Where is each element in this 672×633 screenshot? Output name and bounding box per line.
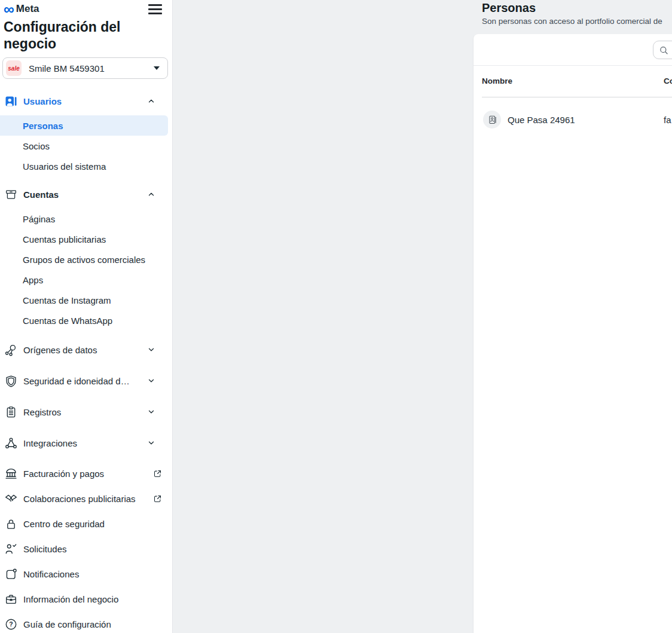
- business-settings-page: ∞ Meta Configuración del negocio sale Sm…: [0, 0, 672, 633]
- link-label: Notificaciones: [23, 569, 79, 579]
- chevron-down-icon: [147, 439, 155, 447]
- business-avatar: sale: [6, 60, 22, 76]
- section-label: Orígenes de datos: [23, 345, 97, 355]
- lock-icon: [5, 518, 17, 530]
- page-title: Configuración del negocio: [0, 17, 172, 52]
- chevron-up-icon: [147, 190, 155, 198]
- sidebar-nav: Usuarios Personas Socios Usuarios del si…: [0, 87, 172, 633]
- sidebar-item-centro-seguridad[interactable]: Centro de seguridad: [0, 511, 172, 536]
- link-label: Guía de configuración: [23, 619, 111, 629]
- chevron-down-icon: [147, 377, 155, 385]
- meta-logo-text: Meta: [16, 3, 39, 15]
- section-label: Seguridad e idoneidad d…: [23, 376, 130, 386]
- briefcase-icon: [5, 593, 17, 606]
- search-icon: [659, 45, 668, 56]
- main-title: Personas: [482, 1, 536, 15]
- link-label: Colaboraciones publicitarias: [23, 494, 136, 504]
- link-label: Centro de seguridad: [23, 519, 105, 529]
- meta-infinity-icon: ∞: [4, 3, 14, 15]
- sidebar-item-apps[interactable]: Apps: [0, 270, 172, 290]
- caret-down-icon: [154, 66, 160, 70]
- integrations-icon: [5, 437, 17, 449]
- sidebar-item-usuarios-del-sistema[interactable]: Usuarios del sistema: [0, 156, 172, 176]
- sidebar-item-cuentas-whatsapp[interactable]: Cuentas de WhatsApp: [0, 310, 172, 331]
- sidebar-section-origenes-de-datos[interactable]: Orígenes de datos: [0, 334, 172, 365]
- sidebar-item-facturacion[interactable]: Facturación y pagos: [0, 461, 172, 486]
- column-header-nombre: Nombre: [482, 65, 512, 97]
- person-name: Que Pasa 24961: [508, 115, 575, 125]
- sidebar-top-bar: ∞ Meta: [0, 0, 172, 17]
- link-label: Información del negocio: [23, 594, 118, 604]
- id-card-glyph-icon: [487, 115, 497, 125]
- link-label: Facturación y pagos: [23, 469, 104, 479]
- person-avatar: [483, 111, 501, 129]
- meta-logo[interactable]: ∞ Meta: [4, 3, 39, 15]
- sidebar-section-seguridad[interactable]: Seguridad e idoneidad d…: [0, 365, 172, 396]
- question-glyph: ?: [9, 620, 13, 628]
- sidebar-item-solicitudes[interactable]: Solicitudes: [0, 536, 172, 561]
- sidebar-item-informacion-negocio[interactable]: Información del negocio: [0, 586, 172, 611]
- external-link-icon: [153, 469, 162, 478]
- business-selector-dropdown[interactable]: sale Smile BM 5459301: [2, 57, 168, 79]
- column-header-correo: Co: [664, 65, 672, 97]
- sidebar-item-cuentas-instagram[interactable]: Cuentas de Instagram: [0, 290, 172, 310]
- sidebar-links: Facturación y pagos: [0, 461, 172, 633]
- section-label: Usuarios: [23, 96, 62, 106]
- section-label: Integraciones: [23, 438, 77, 448]
- sidebar-item-notificaciones[interactable]: Notificaciones: [0, 561, 172, 586]
- archive-box-icon: [5, 188, 17, 201]
- section-label: Registros: [23, 407, 61, 417]
- sidebar-section-usuarios[interactable]: Usuarios: [0, 87, 172, 115]
- sidebar-item-grupos-activos[interactable]: Grupos de activos comerciales: [0, 249, 172, 270]
- clipboard-icon: [5, 406, 17, 418]
- sidebar-section-cuentas[interactable]: Cuentas: [0, 180, 172, 209]
- handshake-icon: [5, 493, 17, 505]
- person-email: fa: [664, 97, 671, 142]
- sidebar-item-socios[interactable]: Socios: [0, 136, 172, 156]
- sidebar-item-personas[interactable]: Personas: [0, 115, 168, 136]
- sidebar-section-integraciones[interactable]: Integraciones: [0, 427, 172, 458]
- business-name: Smile BM 5459301: [29, 63, 105, 74]
- hamburger-menu-icon[interactable]: [148, 2, 162, 17]
- chevron-down-icon: [147, 345, 155, 354]
- sidebar-section-registros[interactable]: Registros: [0, 396, 172, 427]
- external-link-icon: [153, 494, 162, 503]
- main-subtitle: Son personas con acceso al portfolio com…: [482, 17, 662, 26]
- sidebar-item-cuentas-publicitarias[interactable]: Cuentas publicitarias: [0, 229, 172, 249]
- section-label: Cuentas: [23, 189, 59, 200]
- link-label: Solicitudes: [23, 544, 67, 554]
- sidebar-item-guia-configuracion[interactable]: ? Guía de configuración: [0, 611, 172, 633]
- chevron-up-icon: [147, 97, 155, 105]
- sidebar: ∞ Meta Configuración del negocio sale Sm…: [0, 0, 173, 633]
- search-box: [653, 41, 672, 59]
- data-sources-icon: [5, 344, 17, 356]
- person-check-icon: [5, 543, 17, 555]
- id-badge-icon: [5, 95, 17, 108]
- people-table-card: Nombre Co Que Pasa 24961 fa: [474, 34, 672, 633]
- sidebar-item-colaboraciones[interactable]: Colaboraciones publicitarias: [0, 486, 172, 511]
- shield-icon: [5, 375, 17, 387]
- chevron-down-icon: [147, 408, 155, 416]
- sidebar-item-paginas[interactable]: Páginas: [0, 209, 172, 229]
- notification-icon: [5, 568, 17, 580]
- question-circle-icon: ?: [5, 618, 17, 631]
- bank-icon: [5, 467, 17, 480]
- table-row[interactable]: Que Pasa 24961 fa: [474, 97, 672, 142]
